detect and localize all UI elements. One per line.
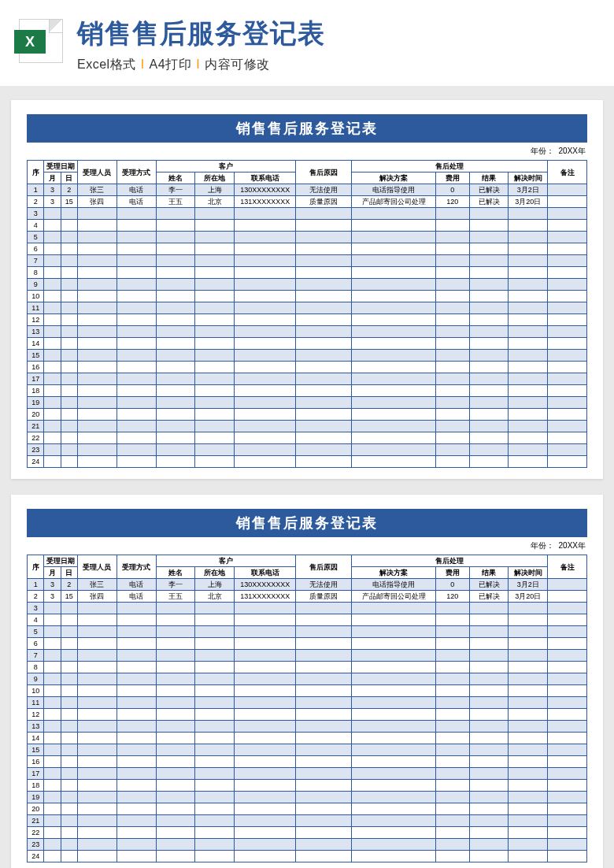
sheet-title: 销售售后服务登记表: [27, 114, 587, 143]
col-after-group: 售后处理: [352, 161, 548, 172]
table-row: 12: [28, 709, 587, 721]
table-row: 19: [28, 792, 587, 803]
col-name: 姓名: [156, 567, 195, 579]
col-note: 备注: [548, 161, 587, 184]
hero-title: 销售售后服务登记表: [77, 16, 595, 52]
table-row: 3: [28, 208, 587, 220]
year-row: 年份： 20XX年: [27, 537, 587, 555]
table-row: 5: [28, 232, 587, 243]
table-row: 24: [28, 851, 587, 862]
col-fee: 费用: [435, 567, 469, 579]
col-after-group: 售后处理: [352, 555, 548, 567]
col-tel: 联系电话: [235, 567, 296, 579]
table-row: 9: [28, 673, 587, 685]
table-row: 22: [28, 432, 587, 444]
service-table: 序受理日期受理人员受理方式客户售后原因售后处理备注月日姓名所在地联系电话解决方案…: [27, 160, 587, 468]
col-method: 受理方式: [117, 161, 156, 184]
table-row: 16: [28, 362, 587, 373]
table-row: 20: [28, 803, 587, 815]
table-row: 132张三电话李一上海130XXXXXXXX无法使用电话指导使用0已解决3月2日: [28, 184, 587, 196]
table-row: 10: [28, 291, 587, 302]
table-row: 21: [28, 815, 587, 827]
col-reason: 售后原因: [296, 555, 352, 579]
col-date-group: 受理日期: [44, 161, 78, 172]
col-tel: 联系电话: [235, 172, 296, 184]
table-row: 5: [28, 626, 587, 638]
table-row: 17: [28, 768, 587, 780]
table-row: 4: [28, 614, 587, 626]
col-time: 解决时间: [509, 172, 548, 184]
sheet-title: 销售售后服务登记表: [27, 509, 587, 537]
table-row: 15: [28, 744, 587, 756]
table-row: 7: [28, 255, 587, 267]
table-row: 18: [28, 780, 587, 792]
col-res: 结果: [469, 172, 509, 184]
col-time: 解决时间: [509, 567, 548, 579]
table-row: 21: [28, 421, 587, 432]
table-row: 12: [28, 314, 587, 326]
col-cust-group: 客户: [156, 555, 296, 567]
table-row: 14: [28, 338, 587, 350]
table-row: 13: [28, 721, 587, 733]
table-row: 24: [28, 456, 587, 468]
table-row: 23: [28, 839, 587, 851]
year-row: 年份： 20XX年: [27, 143, 587, 160]
sheet-1: 销售售后服务登记表年份： 20XX年序受理日期受理人员受理方式客户售后原因售后处…: [11, 100, 603, 479]
table-row: 11: [28, 697, 587, 709]
table-row: 19: [28, 397, 587, 409]
col-seq: 序: [28, 555, 44, 579]
service-table: 序受理日期受理人员受理方式客户售后原因售后处理备注月日姓名所在地联系电话解决方案…: [27, 555, 587, 862]
table-row: 7: [28, 650, 587, 662]
col-name: 姓名: [156, 172, 195, 184]
table-row: 8: [28, 267, 587, 279]
table-row: 2315张四电话王五北京131XXXXXXXX质量原因产品邮寄回公司处理120已…: [28, 591, 587, 603]
col-method: 受理方式: [117, 555, 156, 579]
col-month: 月: [44, 172, 61, 184]
sheet-2: 销售售后服务登记表年份： 20XX年序受理日期受理人员受理方式客户售后原因售后处…: [11, 495, 603, 868]
table-row: 11: [28, 302, 587, 314]
table-row: 9: [28, 279, 587, 291]
table-row: 6: [28, 638, 587, 650]
table-row: 22: [28, 827, 587, 839]
table-row: 15: [28, 350, 587, 362]
col-loc: 所在地: [195, 172, 235, 184]
col-fee: 费用: [435, 172, 469, 184]
table-row: 17: [28, 373, 587, 385]
table-row: 2315张四电话王五北京131XXXXXXXX质量原因产品邮寄回公司处理120已…: [28, 196, 587, 208]
col-staff: 受理人员: [77, 161, 117, 184]
col-cust-group: 客户: [156, 161, 296, 172]
excel-icon: X: [19, 19, 63, 63]
col-sol: 解决方案: [352, 567, 436, 579]
table-row: 8: [28, 662, 587, 673]
col-staff: 受理人员: [77, 555, 117, 579]
col-res: 结果: [469, 567, 509, 579]
table-row: 6: [28, 243, 587, 255]
col-loc: 所在地: [195, 567, 235, 579]
table-row: 10: [28, 685, 587, 697]
col-date-group: 受理日期: [44, 555, 78, 567]
table-row: 20: [28, 409, 587, 421]
table-row: 14: [28, 733, 587, 744]
table-row: 18: [28, 385, 587, 397]
table-row: 16: [28, 756, 587, 768]
hero-banner: X 销售售后服务登记表 Excel格式IA4打印I内容可修改: [0, 0, 614, 86]
col-seq: 序: [28, 161, 44, 184]
col-day: 日: [61, 172, 77, 184]
col-note: 备注: [548, 555, 587, 579]
table-row: 23: [28, 444, 587, 456]
col-day: 日: [61, 567, 77, 579]
hero-subtitle: Excel格式IA4打印I内容可修改: [77, 57, 595, 73]
table-row: 3: [28, 603, 587, 614]
table-row: 4: [28, 220, 587, 232]
col-sol: 解决方案: [352, 172, 436, 184]
table-row: 13: [28, 326, 587, 338]
page-body: 销售售后服务登记表年份： 20XX年序受理日期受理人员受理方式客户售后原因售后处…: [0, 86, 614, 868]
table-row: 132张三电话李一上海130XXXXXXXX无法使用电话指导使用0已解决3月2日: [28, 579, 587, 591]
col-month: 月: [44, 567, 61, 579]
col-reason: 售后原因: [296, 161, 352, 184]
